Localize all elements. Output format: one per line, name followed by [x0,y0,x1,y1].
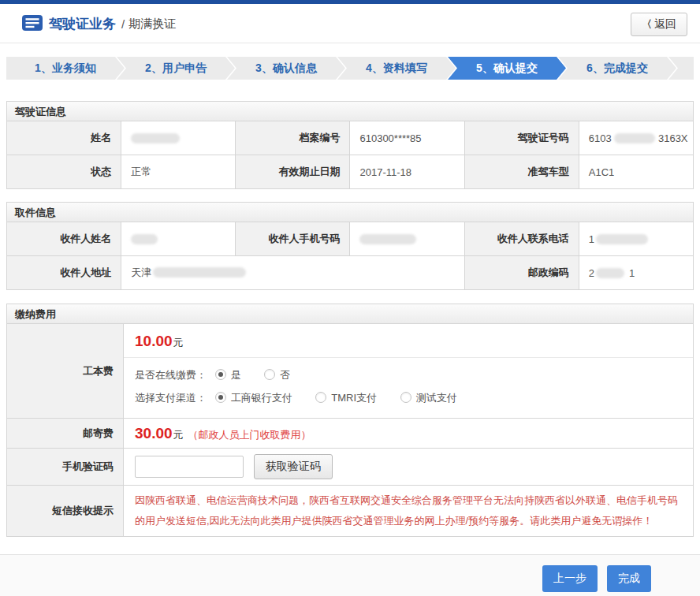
sms-code-cell: 获取验证码 [124,449,694,486]
work-fee-label: 工本费 [7,324,124,419]
fees-table: 工本费 10.00元 是否在线缴费： 是 否 选择支付渠道： 工商银行支付 [6,323,694,537]
post-fee-note: （邮政人员上门收取费用） [188,429,311,441]
redacted-name [131,133,180,143]
back-button[interactable]: 〈返回 [631,13,687,36]
vehicle-value: A1C1 [579,155,693,189]
radio-channel-test-control [400,392,411,403]
page-title: 驾驶证业务 [49,15,116,33]
currency-unit: 元 [173,337,184,348]
vehicle-label: 准驾车型 [464,155,579,189]
radio-channel-test[interactable]: 测试支付 [400,392,457,404]
redacted-recipient-phone [596,234,648,244]
table-row: 邮寄费 30.00元（邮政人员上门收取费用） [7,419,694,449]
pay-channel-row: 选择支付渠道： 工商银行支付 TMRI支付 测试支付 [135,386,682,409]
footer-action-bar: 上一步 完成 [0,554,700,596]
radio-channel-icbc-control [215,392,226,403]
address-prefix: 天津 [131,266,151,278]
step-4-fill-data: 4、资料填写 [337,57,456,80]
channel-icbc-label: 工商银行支付 [231,392,292,404]
file-no-value: 610300****85 [350,121,464,155]
radio-channel-icbc[interactable]: 工商银行支付 [215,392,292,404]
recipient-phone-value: 1 [579,222,693,256]
redacted-recipient-mobile [359,234,416,244]
radio-channel-tmri-control [315,392,326,403]
table-row: 收件人地址 天津 邮政编码 21 [7,256,694,290]
postcode-prefix: 2 [589,267,594,279]
breadcrumb-current: 期满换证 [128,17,176,32]
sms-code-label: 手机验证码 [7,449,124,486]
step-3-confirm-info: 3、确认信息 [227,57,345,80]
table-row: 工本费 10.00元 是否在线缴费： 是 否 选择支付渠道： 工商银行支付 [7,324,694,419]
name-value [121,121,236,155]
online-pay-row: 是否在线缴费： 是 否 [135,363,682,386]
address-value: 天津 [121,256,464,290]
back-chevron-icon: 〈 [642,18,652,30]
channel-test-label: 测试支付 [416,392,457,404]
radio-channel-tmri[interactable]: TMRI支付 [315,392,377,404]
back-button-label: 返回 [654,17,676,30]
step-wizard: 1、业务须知 2、用户申告 3、确认信息 4、资料填写 5、确认提交 6、完成提… [6,57,694,80]
expiry-value: 2017-11-18 [350,155,464,189]
address-label: 收件人地址 [7,256,121,290]
recipient-name-value [121,222,236,256]
redacted-license-no [614,133,655,143]
license-no-prefix: 6103 [589,132,612,144]
license-info-section: 驾驶证信息 姓名 档案编号 610300****85 驾驶证号码 6103 31… [6,101,694,189]
online-pay-label: 是否在线缴费： [135,363,212,386]
channel-tmri-label: TMRI支付 [331,392,377,404]
step-1-business-notice: 1、业务须知 [6,57,125,80]
expiry-label: 有效期止日期 [236,155,350,189]
radio-online-no-control [264,369,275,380]
table-row: 姓名 档案编号 610300****85 驾驶证号码 6103 3163X [7,121,694,155]
work-fee-amount-value: 10.00 [135,333,173,349]
post-fee-label: 邮寄费 [7,419,124,449]
pickup-info-section: 取件信息 收件人姓名 收件人手机号码 收件人联系电话 1 收件人地址 天津 邮政… [6,202,694,290]
radio-online-yes[interactable]: 是 [215,369,241,381]
file-no-label: 档案编号 [236,121,350,155]
license-no-value: 6103 3163X [579,121,693,155]
header: 驾驶证业务 / 期满换证 〈返回 [0,4,700,43]
license-business-icon [22,15,49,33]
sms-notice-text: 因陕西省联通、电信运营商技术问题，陕西省互联网交通安全综合服务管理平台无法向持陕… [135,490,682,531]
postcode-value: 21 [579,256,693,290]
name-label: 姓名 [7,121,121,155]
recipient-phone-label: 收件人联系电话 [464,222,579,256]
radio-online-yes-control [215,369,226,380]
table-row: 手机验证码 获取验证码 [7,449,694,486]
postcode-label: 邮政编码 [464,256,579,290]
table-row: 收件人姓名 收件人手机号码 收件人联系电话 1 [7,222,694,256]
redacted-address [153,267,246,278]
step-6-finish-submit: 6、完成提交 [558,57,676,80]
online-no-label: 否 [280,369,290,381]
recipient-mobile-label: 收件人手机号码 [236,222,350,256]
recipient-mobile-value [350,222,464,256]
page: 驾驶证业务 / 期满换证 〈返回 1、业务须知 2、用户申告 3、确认信息 4、… [0,0,700,596]
post-fee-amount-value: 30.00 [135,425,173,441]
get-code-button[interactable]: 获取验证码 [254,454,333,479]
sms-code-input[interactable] [135,456,244,478]
step-5-confirm-submit: 5、确认提交 [448,57,566,80]
fees-section: 缴纳费用 工本费 10.00元 是否在线缴费： 是 否 选择支 [6,304,694,537]
table-row: 短信接收提示 因陕西省联通、电信运营商技术问题，陕西省互联网交通安全综合服务管理… [7,486,694,537]
pay-channel-label: 选择支付渠道： [135,386,212,409]
status-value: 正常 [121,155,236,189]
breadcrumb: 驾驶证业务 / 期满换证 [22,15,176,33]
work-fee-cell: 10.00元 是否在线缴费： 是 否 选择支付渠道： 工商银行支付 TMRI支付 [124,324,694,419]
post-fee-cell: 30.00元（邮政人员上门收取费用） [124,419,694,449]
breadcrumb-separator: / [121,17,125,31]
work-fee-amount: 10.00元 [124,324,693,358]
license-no-label: 驾驶证号码 [464,121,579,155]
fees-section-title: 缴纳费用 [6,304,694,324]
redacted-recipient-name [131,234,158,244]
status-label: 状态 [7,155,121,189]
online-yes-label: 是 [231,369,241,381]
previous-step-button[interactable]: 上一步 [542,565,598,592]
redacted-postcode [596,268,624,278]
finish-button[interactable]: 完成 [607,565,651,592]
postcode-suffix: 1 [629,267,635,279]
radio-online-no[interactable]: 否 [264,369,290,381]
sms-notice-cell: 因陕西省联通、电信运营商技术问题，陕西省互联网交通安全综合服务管理平台无法向持陕… [124,486,694,537]
pickup-info-table: 收件人姓名 收件人手机号码 收件人联系电话 1 收件人地址 天津 邮政编码 21 [6,222,694,290]
sms-notice-label: 短信接收提示 [7,486,124,537]
license-no-suffix: 3163X [658,132,688,144]
